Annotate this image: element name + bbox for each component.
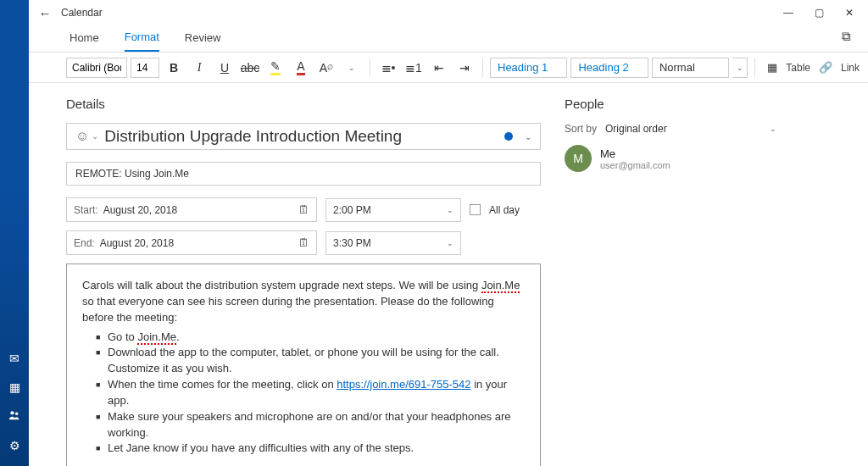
list-item: Let Jane know if you have any difficulti… [82,441,525,457]
app-title: Calendar [61,7,103,19]
clear-format-button[interactable]: A∅ [315,57,337,79]
calendar-icon[interactable]: ▦ [9,380,20,394]
italic-button[interactable]: I [188,57,210,79]
settings-icon[interactable]: ⚙ [9,439,20,452]
attendee-row[interactable]: M Me user@gmail.com [565,145,776,172]
calendar-picker-icon[interactable]: 🗓 [298,203,309,216]
separator [370,58,370,77]
calendar-picker-icon[interactable]: 🗓 [298,236,309,249]
heading1-style[interactable]: Heading 1 [490,58,567,78]
tab-format[interactable]: Format [125,25,159,52]
people-heading: People [565,97,776,111]
chevron-down-icon[interactable]: ⌄ [447,239,453,247]
maximize-button[interactable]: ▢ [804,7,834,19]
tab-home[interactable]: Home [70,26,99,51]
normal-style[interactable]: Normal [652,58,729,78]
all-day-checkbox[interactable] [470,204,481,215]
location-input[interactable]: REMOTE: Using Join.Me [66,162,541,186]
list-item: When the time comes for the meeting, cli… [82,377,525,409]
sort-by-dropdown[interactable]: Sort by Original order ⌄ [565,123,776,135]
description-editor[interactable]: Carols will talk about the distribution … [66,264,541,466]
minimize-button[interactable]: ― [773,7,804,19]
join-link[interactable]: https://join.me/691-755-542 [337,378,470,391]
end-time-input[interactable]: 3:30 PM ⌄ [326,231,461,255]
list-item: Go to Join.Me. [82,330,525,346]
link-icon[interactable]: 🔗 [819,61,832,74]
os-sidebar: ✉ ▦ ⚙ [0,0,29,466]
end-date-input[interactable]: End: August 20, 2018 🗓 [66,230,317,255]
styles-dropdown-icon[interactable]: ⌄ [732,58,748,78]
more-font-icon[interactable]: ⌄ [341,57,363,79]
mail-icon[interactable]: ✉ [9,352,19,365]
separator [482,58,483,77]
list-item: Download the app to the computer, tablet… [82,345,525,377]
list-item: Make sure your speakers and microphone a… [82,409,525,441]
table-button[interactable]: Table [786,62,810,74]
format-toolbar: B I U abc ✎ A A∅ ⌄ ≣• ≣1 ⇤ ⇥ Heading 1 H… [29,53,868,83]
avatar: M [565,145,592,172]
event-title[interactable]: Distribution Upgrade Introduction Meetin… [104,127,496,146]
all-day-label: All day [489,204,520,216]
link-button[interactable]: Link [841,62,860,74]
strike-button[interactable]: abc [239,57,261,79]
emoji-icon[interactable]: ☺ [75,129,96,144]
close-button[interactable]: ✕ [834,7,865,19]
separator [754,58,755,77]
svg-point-1 [15,413,19,416]
svg-point-0 [10,411,14,414]
chevron-down-icon[interactable]: ⌄ [770,125,776,133]
calendar-dropdown-icon[interactable]: ⌄ [525,132,531,141]
attendee-email: user@gmail.com [600,160,670,170]
table-icon[interactable]: ▦ [767,61,777,74]
bullets-button[interactable]: ≣• [377,57,399,79]
outdent-button[interactable]: ⇤ [428,57,450,79]
font-name-input[interactable] [66,58,127,78]
event-title-box[interactable]: ☺ Distribution Upgrade Introduction Meet… [66,123,541,150]
ribbon-tabs: Home Format Review ⧉ [29,25,868,53]
attendee-name: Me [600,147,670,160]
highlight-button[interactable]: ✎ [264,57,287,79]
back-button[interactable]: ← [32,6,58,20]
underline-button[interactable]: U [214,57,236,79]
chevron-down-icon[interactable]: ⌄ [447,206,453,214]
heading2-style[interactable]: Heading 2 [570,58,648,78]
bold-button[interactable]: B [163,57,185,79]
start-date-input[interactable]: Start: August 20, 2018 🗓 [66,197,317,222]
start-time-input[interactable]: 2:00 PM ⌄ [326,198,461,222]
details-heading: Details [66,97,541,111]
indent-button[interactable]: ⇥ [453,57,476,79]
font-size-input[interactable] [131,58,159,78]
popout-icon[interactable]: ⧉ [842,29,851,44]
numbering-button[interactable]: ≣1 [403,57,425,79]
calendar-color-dot[interactable] [504,132,513,141]
font-color-button[interactable]: A [290,57,312,79]
title-bar: ← Calendar ― ▢ ✕ [29,0,868,25]
tab-review[interactable]: Review [185,26,221,51]
people-icon[interactable] [8,409,20,424]
